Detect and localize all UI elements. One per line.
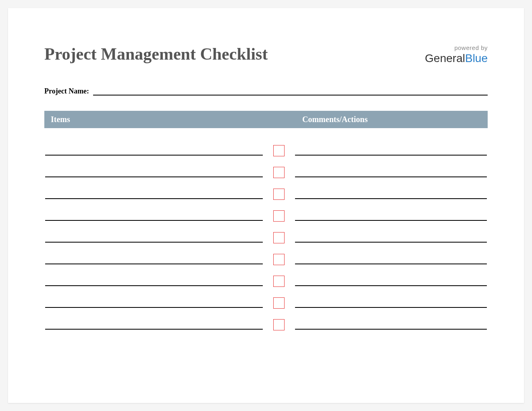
table-row — [44, 286, 488, 308]
comment-input-line[interactable] — [295, 285, 487, 286]
checkbox[interactable] — [273, 276, 285, 287]
project-name-input-line[interactable] — [93, 95, 488, 95]
checkbox-cell — [263, 319, 295, 330]
checkbox-cell — [263, 297, 295, 308]
comment-input-line[interactable] — [295, 176, 487, 177]
comment-input-line[interactable] — [295, 329, 487, 330]
checkbox[interactable] — [273, 210, 285, 222]
checkbox-cell — [263, 254, 295, 264]
item-input-line[interactable] — [45, 307, 263, 308]
comment-input-line[interactable] — [295, 155, 487, 156]
checkbox[interactable] — [273, 145, 285, 156]
item-input-line[interactable] — [45, 176, 263, 177]
comment-input-line[interactable] — [295, 220, 487, 221]
checkbox-cell — [263, 189, 295, 199]
checkbox[interactable] — [273, 319, 285, 330]
comment-input-line[interactable] — [295, 198, 487, 199]
column-header-comments: Comments/Actions — [302, 115, 481, 124]
table-row — [44, 199, 488, 221]
header-row: Project Management Checklist powered by … — [44, 44, 488, 65]
checklist-rows — [44, 134, 488, 330]
checkbox[interactable] — [273, 254, 285, 265]
item-input-line[interactable] — [45, 285, 263, 286]
checkbox-cell — [263, 145, 295, 156]
comment-input-line[interactable] — [295, 242, 487, 243]
checkbox-cell — [263, 276, 295, 286]
item-input-line[interactable] — [45, 155, 263, 156]
table-row — [44, 243, 488, 264]
powered-by-label: powered by — [425, 44, 488, 51]
project-name-label: Project Name: — [44, 87, 89, 95]
checkbox[interactable] — [273, 189, 285, 200]
checkbox[interactable] — [273, 167, 285, 178]
comment-input-line[interactable] — [295, 264, 487, 264]
item-input-line[interactable] — [45, 220, 263, 221]
item-input-line[interactable] — [45, 198, 263, 199]
column-header-check — [270, 115, 302, 124]
column-header-items: Items — [51, 115, 270, 124]
table-row — [44, 221, 488, 243]
item-input-line[interactable] — [45, 242, 263, 243]
item-input-line[interactable] — [45, 329, 263, 330]
table-row — [44, 134, 488, 156]
checkbox-cell — [263, 232, 295, 243]
table-row — [44, 177, 488, 199]
brand-logo: powered by GeneralBlue — [425, 44, 488, 65]
brand-name: GeneralBlue — [425, 52, 488, 65]
table-header: Items Comments/Actions — [44, 111, 488, 128]
document-page: Project Management Checklist powered by … — [8, 8, 524, 403]
table-row — [44, 156, 488, 177]
page-title: Project Management Checklist — [44, 44, 268, 64]
checkbox-cell — [263, 210, 295, 221]
comment-input-line[interactable] — [295, 307, 487, 308]
project-name-field: Project Name: — [44, 87, 488, 95]
checkbox[interactable] — [273, 232, 285, 243]
table-row — [44, 308, 488, 330]
checkbox-cell — [263, 167, 295, 177]
checkbox[interactable] — [273, 297, 285, 309]
item-input-line[interactable] — [45, 264, 263, 264]
brand-text-dark: General — [425, 52, 465, 64]
table-row — [44, 264, 488, 286]
brand-text-blue: Blue — [465, 52, 488, 64]
